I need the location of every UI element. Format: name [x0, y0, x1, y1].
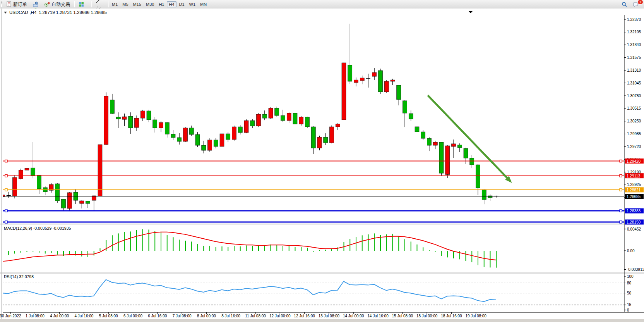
- price-tick-label: 1.30780: [627, 94, 641, 98]
- svg-text:1.28150: 1.28150: [627, 220, 641, 224]
- time-tick-label: 19 Jul 08:00: [465, 314, 486, 318]
- price-tick-label: 1.32105: [627, 30, 641, 34]
- time-tick-label: 4 Jul 16:00: [74, 314, 93, 318]
- price-chart-plot-area[interactable]: [3, 15, 624, 224]
- time-tick-label: 8 Jul 16:00: [221, 314, 240, 318]
- time-tick-label: 5 Jul 08:00: [99, 314, 118, 318]
- trendline-icon: [95, 0, 101, 4]
- timeframe-button-h1[interactable]: H1: [157, 1, 166, 7]
- tile-windows-icon: [78, 1, 84, 7]
- rsi-axis-label: 0: [627, 308, 629, 312]
- timeframe-button-mn[interactable]: MN: [198, 1, 209, 7]
- chart-title-ohlc: 1.28719 1.28731 1.28666 1.28685: [39, 10, 107, 15]
- macd-axis-label: 0.00: [627, 249, 635, 253]
- price-badge-support-orange: 1.28821: [625, 187, 644, 192]
- rsi-axis-label: 50: [627, 291, 632, 295]
- svg-text:1.28383: 1.28383: [627, 209, 641, 213]
- price-tick-label: 1.29985: [627, 132, 641, 136]
- svg-text:1.29420: 1.29420: [627, 159, 641, 164]
- time-tick-label: 14 Jul 16:00: [367, 314, 389, 318]
- market-watch-icon: [33, 1, 39, 7]
- macd-pane[interactable]: [3, 226, 624, 272]
- new-order-icon: [6, 1, 12, 7]
- time-tick-label: 11 Jul 08:00: [245, 314, 266, 318]
- time-tick-label: 1 Jul 08:00: [26, 314, 45, 318]
- price-tick-label: 1.31045: [627, 81, 641, 85]
- toolbar-grip[interactable]: [1, 1, 2, 7]
- auto-trading-button[interactable]: 自动交易: [42, 1, 72, 8]
- new-order-label: 新订单: [13, 1, 27, 8]
- time-tick-label: 6 Jul 00:00: [123, 314, 142, 318]
- price-tick-label: 1.31310: [627, 68, 641, 72]
- svg-text:1.28685: 1.28685: [627, 195, 641, 199]
- price-badge-support-blue-2: 1.28150: [625, 219, 644, 224]
- timeframe-button-w1[interactable]: W1: [187, 1, 198, 7]
- rsi-axis-label: 15: [627, 303, 632, 307]
- timeframe-button-h4[interactable]: H4: [167, 1, 176, 7]
- time-tick-label: 7 Jul 08:00: [173, 314, 192, 318]
- time-tick-label: 14 Jul 00:00: [343, 314, 364, 318]
- trendline-button[interactable]: [93, 0, 106, 4]
- time-tick-label: 13 Jul 08:00: [319, 314, 340, 318]
- time-tick-label: 8 Jul 00:00: [197, 314, 216, 318]
- time-tick-label: 12 Jul 00:00: [269, 314, 291, 318]
- window-bottom-edge: [0, 319, 644, 322]
- price-badge-support-blue-1: 1.28383: [625, 208, 644, 214]
- time-tick-label: 12 Jul 16:00: [294, 314, 315, 318]
- price-tick-label: 1.31575: [627, 55, 641, 60]
- time-tick-label: 30 Jun 2022: [0, 314, 21, 318]
- time-tick-label: 18 Jul 00:00: [416, 314, 438, 318]
- notification-badge: 1: [637, 0, 643, 5]
- price-badge-resistance-1: 1.29420: [625, 158, 644, 164]
- timeframe-button-m5[interactable]: M5: [120, 1, 130, 7]
- price-tick-label: 1.32370: [627, 17, 641, 22]
- time-tick-label: 15 Jul 08:00: [392, 314, 413, 318]
- rsi-axis-label: 80: [627, 281, 632, 285]
- svg-text:1.29113: 1.29113: [627, 174, 641, 178]
- new-order-button[interactable]: 新订单: [3, 1, 29, 8]
- main-toolbar: 新订单 自动交易 ▾▾▾ EFAT▾ M1M5M15M30H1H4D1W1MN …: [0, 0, 644, 9]
- search-icon: [621, 1, 627, 7]
- time-tick-label: 18 Jul 16:00: [441, 314, 462, 318]
- auto-trading-icon: [44, 1, 50, 7]
- price-tick-label: 1.30250: [627, 119, 641, 123]
- search-button[interactable]: [619, 1, 630, 8]
- time-tick-label: 4 Jul 00:00: [50, 314, 69, 318]
- notifications-button[interactable]: 1: [630, 1, 641, 8]
- timeframe-button-m30[interactable]: M30: [144, 1, 156, 7]
- price-tick-label: 1.29720: [627, 145, 641, 149]
- tile-windows-button[interactable]: [76, 1, 89, 8]
- svg-text:1.28821: 1.28821: [627, 188, 641, 192]
- rsi-axis-label: 100: [627, 274, 634, 279]
- chart-window: USDCAD-,H41.28719 1.28731 1.28666 1.2868…: [0, 9, 644, 322]
- chart-title-row: USDCAD-,H41.28719 1.28731 1.28666 1.2868…: [4, 10, 107, 15]
- time-tick-label: 6 Jul 16:00: [148, 314, 167, 318]
- price-tick-label: 1.30515: [627, 106, 641, 110]
- timeframe-button-m15[interactable]: M15: [131, 1, 143, 7]
- market-watch-button[interactable]: [30, 1, 41, 8]
- profile-icon: [33, 0, 39, 0]
- macd-label: MACD(12,26,9) -0.003529 -0.001935: [4, 226, 71, 231]
- price-badge-resistance-2: 1.29113: [625, 173, 644, 178]
- zoom-out-icon: [78, 0, 84, 0]
- timeframe-button-d1[interactable]: D1: [177, 1, 187, 7]
- macd-axis-label: 0.00452: [627, 227, 641, 231]
- auto-trading-label: 自动交易: [51, 1, 70, 8]
- price-badge-current-price: 1.28685: [625, 194, 644, 199]
- rsi-label: RSI(14) 32.0798: [4, 274, 34, 279]
- chart-title-symbol: USDCAD-,H4: [9, 10, 37, 15]
- timeframe-button-m1[interactable]: M1: [110, 1, 120, 7]
- macd-axis-label: -0.003913: [627, 267, 644, 272]
- price-tick-label: 1.31840: [627, 43, 641, 47]
- price-tick-label: 1.28925: [627, 183, 641, 187]
